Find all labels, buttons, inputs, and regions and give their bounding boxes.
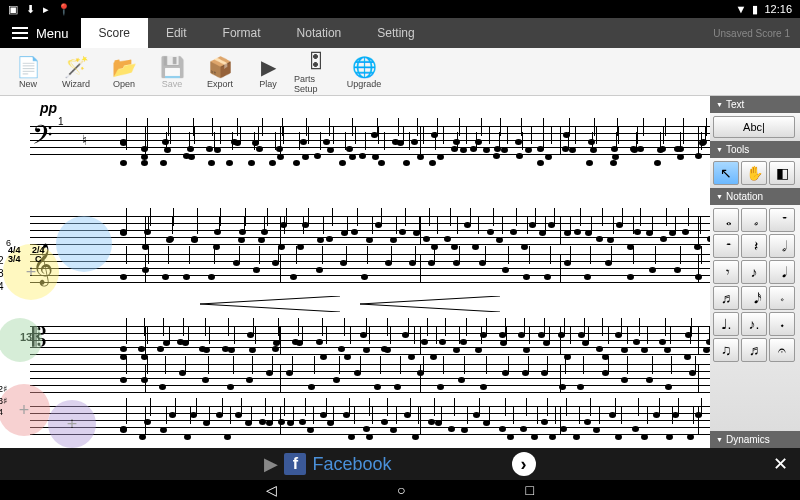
hamburger-icon: [12, 27, 28, 39]
notation-5[interactable]: 𝅗𝅥: [769, 234, 795, 258]
notation-7[interactable]: ♪: [741, 260, 767, 284]
toolbar-parts-setup[interactable]: 🎛Parts Setup: [294, 50, 338, 94]
panel-notation-header[interactable]: Notation: [710, 188, 800, 205]
notation-4[interactable]: 𝄽: [741, 234, 767, 258]
notation-12[interactable]: ♩.: [713, 312, 739, 336]
toolbar-play[interactable]: ▶Play: [246, 50, 290, 94]
facebook-icon: f: [284, 453, 306, 475]
tab-format[interactable]: Format: [205, 18, 279, 48]
menubar: Menu Score Edit Format Notation Setting …: [0, 18, 800, 48]
panel-text-header[interactable]: Text: [710, 96, 800, 113]
android-statusbar: ▣ ⬇ ▸ 📍 ▼ ▮ 12:16: [0, 0, 800, 18]
keysig-flat-palette[interactable]: +: [48, 400, 96, 448]
notation-9[interactable]: ♬: [713, 286, 739, 310]
toolbar-wizard[interactable]: 🪄Wizard: [54, 50, 98, 94]
notation-13[interactable]: ♪.: [741, 312, 767, 336]
notation-6[interactable]: 𝄾: [713, 260, 739, 284]
text-insert-button[interactable]: Abc|: [713, 116, 795, 138]
tab-score[interactable]: Score: [81, 18, 148, 48]
toolbar-new[interactable]: 📄New: [6, 50, 50, 94]
right-panel: Text Abc| Tools ↖✋◧ Notation 𝅝𝅗𝄻𝄼𝄽𝅗𝅥𝄾♪𝅘𝅥…: [710, 96, 800, 448]
panel-tools-header[interactable]: Tools: [710, 141, 800, 158]
panel-dynamics-header[interactable]: Dynamics: [710, 431, 800, 448]
notation-2[interactable]: 𝄻: [769, 208, 795, 232]
tool-2[interactable]: ◧: [769, 161, 795, 185]
menu-button[interactable]: Menu: [0, 18, 81, 48]
notation-3[interactable]: 𝄼: [713, 234, 739, 258]
tool-0[interactable]: ↖: [713, 161, 739, 185]
notation-16[interactable]: ♬: [741, 338, 767, 362]
ad-arrow-icon[interactable]: ›: [512, 452, 536, 476]
ad-close-button[interactable]: ✕: [773, 453, 788, 475]
tool-1[interactable]: ✋: [741, 161, 767, 185]
toolbar-export[interactable]: 📦Export: [198, 50, 242, 94]
nav-recent[interactable]: □: [526, 482, 534, 498]
notation-1[interactable]: 𝅗: [741, 208, 767, 232]
notation-14[interactable]: 𝆺: [769, 312, 795, 336]
notation-10[interactable]: 𝅘𝅥𝅯: [741, 286, 767, 310]
note-palette[interactable]: [56, 216, 112, 272]
download-icon: ⬇: [26, 3, 35, 16]
score-canvas[interactable]: pp 𝄢 1 ♮ 6 𝄞 𝄡 13: [0, 96, 710, 448]
bass-clef-icon: 𝄢: [32, 122, 53, 154]
battery-icon: ▮: [752, 3, 758, 16]
clock: 12:16: [764, 3, 792, 15]
nav-home[interactable]: ○: [397, 482, 405, 498]
notation-15[interactable]: ♫: [713, 338, 739, 362]
clef-palette[interactable]: [0, 318, 42, 362]
image-icon: ▣: [8, 3, 18, 16]
toolbar-upgrade[interactable]: 🌐Upgrade: [342, 50, 386, 94]
tab-edit[interactable]: Edit: [148, 18, 205, 48]
notation-0[interactable]: 𝅝: [713, 208, 739, 232]
notation-17[interactable]: 𝄐: [769, 338, 795, 362]
notation-11[interactable]: 𝆹: [769, 286, 795, 310]
tab-notation[interactable]: Notation: [279, 18, 360, 48]
play-icon: ▸: [43, 3, 49, 16]
keysig-sharp-palette[interactable]: +: [0, 384, 50, 436]
pin-icon: 📍: [57, 3, 71, 16]
ad-banner[interactable]: ▶ f Facebook › ✕: [0, 448, 800, 480]
toolbar-open[interactable]: 📂Open: [102, 50, 146, 94]
wifi-icon: ▼: [736, 3, 747, 15]
tab-setting[interactable]: Setting: [359, 18, 432, 48]
document-title: Unsaved Score 1: [713, 28, 800, 39]
dynamic-marking: pp: [40, 100, 57, 116]
toolbar-save: 💾Save: [150, 50, 194, 94]
toolbar: 📄New🪄Wizard📂Open💾Save📦Export▶Play🎛Parts …: [0, 48, 800, 96]
android-navbar: ◁ ○ □: [0, 480, 800, 500]
notation-8[interactable]: 𝅘𝅥: [769, 260, 795, 284]
nav-back[interactable]: ◁: [266, 482, 277, 498]
